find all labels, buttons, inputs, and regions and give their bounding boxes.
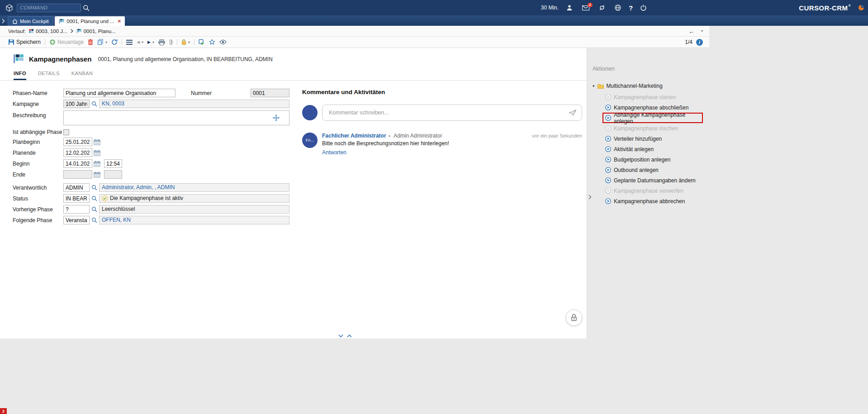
action-abhaengige-kampagnenphase-anlegen[interactable]: Abhängige Kampagnenphase anlegen	[602, 113, 703, 123]
history-dropdown-icon[interactable]: ▾	[701, 29, 703, 33]
tab-mein-cockpit[interactable]: Mein Cockpit	[8, 16, 53, 26]
command-input[interactable]	[17, 4, 81, 12]
menu-button[interactable]	[126, 40, 133, 45]
kampagne-link[interactable]: KN, 0003	[102, 100, 124, 108]
tab-kampagnenphase[interactable]: 0001, Planung und ... ×	[55, 16, 125, 26]
new-record-button[interactable]: Neuanlage	[49, 39, 84, 45]
action-budgetposition-anlegen[interactable]: Budgetposition anlegen	[602, 154, 703, 165]
beginn-time-input[interactable]	[104, 159, 122, 168]
calendar-icon[interactable]	[94, 171, 100, 178]
history-back-icon[interactable]: ←	[688, 28, 695, 35]
field-label: Status	[13, 195, 63, 202]
tab-info[interactable]: INFO	[14, 71, 26, 80]
help-icon[interactable]: ?	[629, 4, 633, 12]
action-kampagnenphase-starten[interactable]: Kampagnenphase starten	[602, 92, 703, 102]
actions-group[interactable]: ▾ Multichannel-Marketing	[593, 83, 709, 89]
folgende-phase-link[interactable]: OFFEN, KN	[102, 216, 131, 224]
user-icon[interactable]	[566, 5, 573, 11]
lock-record-button[interactable]	[566, 309, 582, 326]
nav-forward-button[interactable]: ▶ ▾	[147, 40, 154, 44]
lookup-icon[interactable]	[91, 217, 97, 223]
breadcrumb-item-1[interactable]: 0003, 100 J...	[29, 29, 67, 34]
verantwortlich-key-input[interactable]	[63, 183, 90, 192]
nummer-input[interactable]	[251, 89, 289, 97]
lookup-icon[interactable]	[91, 195, 97, 201]
action-aktivitaet-anlegen[interactable]: Aktivität anlegen	[602, 144, 703, 154]
chevron-down-icon[interactable]	[338, 334, 343, 338]
action-kampagnenphase-verwerfen[interactable]: Kampagnenphase verwerfen	[602, 186, 703, 196]
copy-button[interactable]: ▾	[97, 39, 107, 45]
lookup-icon[interactable]	[91, 101, 97, 107]
calendar-icon[interactable]	[94, 139, 100, 145]
field-label: Kampagne	[13, 101, 63, 107]
kampagne-key-input[interactable]	[63, 100, 90, 108]
watch-button[interactable]	[219, 40, 227, 44]
field-label: Beschreibung	[13, 110, 63, 119]
ende-time-input[interactable]	[104, 170, 122, 179]
reply-link[interactable]: Antworten	[322, 149, 346, 156]
delete-button[interactable]	[88, 39, 93, 45]
breadcrumb-item-2[interactable]: 0001, Planu...	[76, 29, 116, 34]
action-kampagnenphase-abbrechen[interactable]: Kampagnenphase abbrechen	[602, 196, 703, 206]
planbeginn-input[interactable]	[63, 138, 92, 146]
mail-icon[interactable]: 2	[582, 5, 589, 10]
vorherige-phase-key-input[interactable]	[63, 205, 90, 214]
verantwortlich-link[interactable]: Administrator, Admin, , ADMIN	[102, 184, 175, 191]
notification-badge[interactable]: 2	[0, 408, 7, 414]
ende-date-input[interactable]	[63, 170, 92, 179]
caret-down-icon: ▾	[142, 40, 143, 44]
save-button[interactable]: Speichern	[8, 39, 41, 45]
app-cube-icon[interactable]	[5, 4, 13, 12]
tab-details[interactable]: DETAILS	[38, 71, 60, 80]
action-outbound-anlegen[interactable]: Outbound anlegen	[602, 165, 703, 175]
action-label: Kampagnenphase starten	[614, 94, 676, 100]
favorite-button[interactable]	[209, 39, 215, 45]
mail-badge: 2	[588, 3, 593, 7]
status-key-input[interactable]	[63, 194, 90, 203]
power-icon[interactable]	[640, 5, 646, 11]
planende-input[interactable]	[63, 148, 92, 157]
breadcrumb-text: 0003, 100 J...	[36, 29, 67, 34]
info-icon[interactable]: i	[696, 39, 703, 46]
sidebar-collapse-icon[interactable]	[588, 195, 592, 200]
field-label: Beginn	[13, 161, 63, 167]
beschreibung-textarea[interactable]	[63, 110, 289, 125]
lookup-icon[interactable]	[91, 185, 97, 190]
status-display: Die Kampagnenphase ist aktiv	[99, 194, 289, 203]
close-icon[interactable]: ×	[118, 19, 121, 24]
play-icon	[605, 146, 611, 152]
send-icon[interactable]	[569, 109, 577, 116]
beginn-date-input[interactable]	[63, 159, 92, 168]
workflow-button[interactable]	[199, 39, 205, 45]
refresh-button[interactable]	[111, 39, 118, 45]
move-cross-icon[interactable]	[273, 114, 280, 121]
sync-icon[interactable]	[599, 5, 605, 11]
folder-icon	[598, 84, 604, 89]
lookup-icon[interactable]	[91, 206, 97, 212]
rights-button[interactable]: ▾	[181, 39, 190, 45]
action-verteiler-hinzufuegen[interactable]: Verteiler hinzufügen	[602, 133, 703, 144]
nav-back-button[interactable]: ◀ ▾	[137, 40, 143, 44]
calendar-icon[interactable]	[94, 161, 100, 167]
comment-author-link[interactable]: Fachlicher Administrator	[322, 133, 386, 139]
comment-input[interactable]	[322, 105, 582, 121]
field-row-kampagne: Kampagne KN, 0003	[13, 100, 289, 108]
globe-icon[interactable]	[615, 5, 621, 11]
panel-expand-icon[interactable]	[2, 19, 5, 24]
phasen-name-input[interactable]	[63, 89, 175, 97]
folgende-phase-key-input[interactable]	[63, 216, 90, 224]
action-kampagnenphase-loeschen[interactable]: Kampagnenphase löschen	[602, 123, 703, 133]
ist-abhaengig-checkbox[interactable]	[63, 129, 69, 135]
calendar-icon[interactable]	[94, 150, 100, 156]
search-icon[interactable]	[83, 5, 90, 11]
action-geplante-datumsangaben-aendern[interactable]: Geplante Datumsangaben ändern	[602, 175, 703, 186]
print-button[interactable]	[158, 39, 165, 45]
attachment-button[interactable]	[169, 39, 173, 45]
play-icon	[605, 198, 611, 204]
kampagne-display: KN, 0003	[99, 100, 289, 108]
breadcrumb-label: Verlauf:	[8, 29, 26, 34]
tab-kanban[interactable]: KANBAN	[71, 71, 93, 80]
secondary-bars: Verlauf: 0003, 100 J... 0001, Planu... ←…	[0, 26, 709, 48]
field-row-ende: Ende	[13, 170, 289, 179]
chevron-up-icon[interactable]	[347, 334, 352, 338]
